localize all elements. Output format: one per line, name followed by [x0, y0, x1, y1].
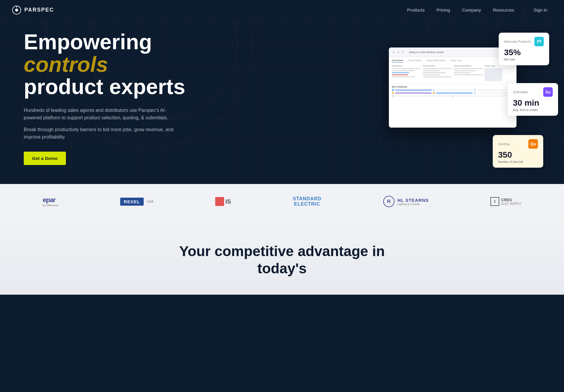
col-project-details: Project Details — [423, 65, 452, 81]
window-dot-1 — [392, 51, 395, 53]
stat-value-qu: 350 — [498, 150, 538, 160]
hero-title-line2: product experts — [24, 75, 185, 99]
tab-project-logo[interactable]: Project Logo — [450, 59, 462, 63]
hl-stearns-sub: Lighting & Controls — [397, 203, 429, 206]
stat-card-header-qu: Quoting Qu — [498, 139, 538, 149]
stat-sub-su: Avg. time to create — [513, 108, 553, 112]
hero-content: Empowering controls product experts Hund… — [24, 31, 185, 165]
stat-label-qu: Quoting — [498, 142, 510, 146]
stat-value-pf: 35% — [504, 48, 544, 57]
logo-epar: epar by Difference — [43, 196, 58, 207]
logo-rexel-text: REXEL — [120, 198, 144, 206]
stat-icon-su: Su — [543, 87, 553, 97]
stat-card-header-su: Submittals Su — [513, 87, 553, 97]
project-logo-img — [484, 68, 502, 81]
logo-electric-text: ELECTRIC — [293, 201, 321, 207]
cres-sub: ELEC SUPPLY — [501, 202, 521, 205]
stat-sub-pf: Win rate — [504, 58, 544, 61]
hl-stearns-text: HL STEARNS — [397, 198, 429, 203]
nav-pricing[interactable]: Pricing — [432, 5, 455, 15]
cres-icon: C — [490, 197, 499, 206]
logo-icon — [12, 5, 21, 15]
bom-label: Bills of Materials — [392, 86, 514, 88]
stat-label-su: Submittals — [513, 90, 528, 94]
cres-text: CRES — [501, 198, 521, 202]
tab-project-stakeholders[interactable]: Project Stakeholders — [426, 59, 446, 63]
svg-point-1 — [15, 9, 18, 12]
stat-value-su: 30 min — [513, 99, 553, 108]
logo-standard-electric: STANDARD ELECTRIC — [293, 196, 321, 207]
stat-card-submittals: Submittals Su 30 min Avg. time to create — [508, 83, 558, 116]
logo-cres: C CRES ELEC SUPPLY — [490, 197, 521, 206]
bom-section: Bills of Materials — [392, 84, 514, 97]
col-deliverables: Deliverables — [392, 65, 421, 81]
bom-row-3 — [392, 95, 514, 97]
stat-card-alternate-products: Alternate Products Pf 35% Win rate — [499, 33, 549, 65]
stat-card-quoting: Quoting Qu 350 Number of jobs bid — [493, 135, 543, 168]
logo-strip: epar by Difference REXEL USA IS STANDARD… — [0, 184, 564, 219]
logo-epar-sub: by Difference — [43, 204, 58, 207]
stat-icon-pf: Pf — [534, 37, 544, 46]
hero-title: Empowering controls product experts — [24, 31, 185, 98]
window-dot-3 — [402, 51, 404, 53]
dashboard-header: Walnut Creek Medical Center — [389, 47, 517, 57]
nav-resources[interactable]: Resources — [488, 5, 519, 15]
bom-row-2 — [392, 92, 514, 94]
nav-company[interactable]: Company — [457, 5, 486, 15]
logo[interactable]: PARSPEC — [12, 5, 54, 15]
logo-is: IS — [215, 197, 231, 206]
bottom-title: Your competitive advantage in today's — [178, 243, 386, 277]
dashboard-tabs: Deliverables Project Details Project Sta… — [392, 59, 514, 63]
bottom-section: Your competitive advantage in today's — [0, 219, 564, 295]
dashboard-body: Deliverables Project Details Project Sta… — [389, 57, 517, 100]
col-logo: Project Logo — [484, 65, 514, 81]
stat-sub-qu: Number of jobs bid — [498, 160, 538, 164]
dashboard-grid: Deliverables Project Details — [392, 65, 514, 81]
stat-label-pf: Alternate Products — [504, 40, 531, 43]
signin-link[interactable]: Sign In — [529, 5, 552, 15]
get-demo-button[interactable]: Get a Demo — [24, 152, 66, 165]
window-dot-2 — [397, 51, 400, 53]
hero-section: Empowering controls product experts Hund… — [0, 0, 564, 184]
nav-products[interactable]: Products — [402, 5, 429, 15]
hero-desc-2: Break through productivity barriers to b… — [24, 126, 178, 141]
dashboard-mockup: Walnut Creek Medical Center Deliverables… — [389, 47, 517, 128]
project-name: Walnut Creek Medical Center — [409, 51, 444, 54]
tab-deliverables[interactable]: Deliverables — [392, 59, 403, 63]
hl-icon: H — [383, 196, 395, 207]
logo-rexel-usa: USA — [145, 200, 154, 203]
logo-is-text: IS — [225, 198, 231, 205]
hero-title-highlight: controls — [24, 53, 108, 76]
logo-hl-stearns: H HL STEARNS Lighting & Controls — [383, 196, 429, 207]
stat-icon-qu: Qu — [528, 139, 538, 149]
bom-row-1 — [392, 89, 514, 91]
nav-divider — [524, 7, 524, 14]
nav-links: Products Pricing Company Resources Sign … — [402, 5, 552, 15]
navbar: PARSPEC Products Pricing Company Resourc… — [0, 0, 564, 20]
logo-standard-text: STANDARD — [293, 196, 321, 201]
logo-is-box — [215, 197, 224, 206]
logo-text: PARSPEC — [24, 7, 54, 13]
col-stakeholders: Project Stakeholders — [454, 65, 483, 81]
hero-desc-1: Hundreds of leading sales agents and dis… — [24, 107, 178, 122]
tab-project-details[interactable]: Project Details — [408, 59, 422, 63]
stat-card-header-pf: Alternate Products Pf — [504, 37, 544, 46]
hero-visual: Walnut Creek Medical Center Deliverables… — [362, 24, 558, 184]
logo-rexel: REXEL USA — [120, 198, 154, 206]
hero-title-line1: Empowering — [24, 30, 152, 54]
logo-epar-text: epar — [43, 196, 55, 204]
